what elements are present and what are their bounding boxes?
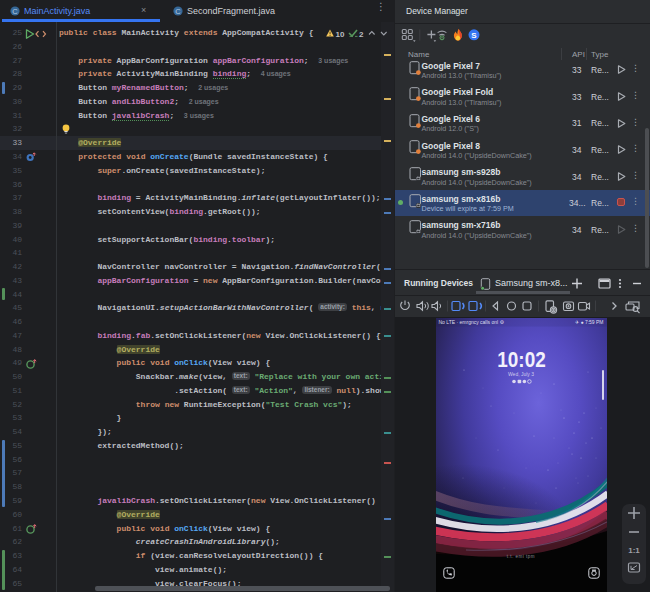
svg-text:2: 2 [359,29,364,38]
svg-text:C: C [12,7,18,16]
svg-text:1:1: 1:1 [628,546,640,555]
svg-text:S: S [471,31,477,40]
svg-text:10: 10 [336,29,345,38]
svg-text:C: C [175,7,181,16]
